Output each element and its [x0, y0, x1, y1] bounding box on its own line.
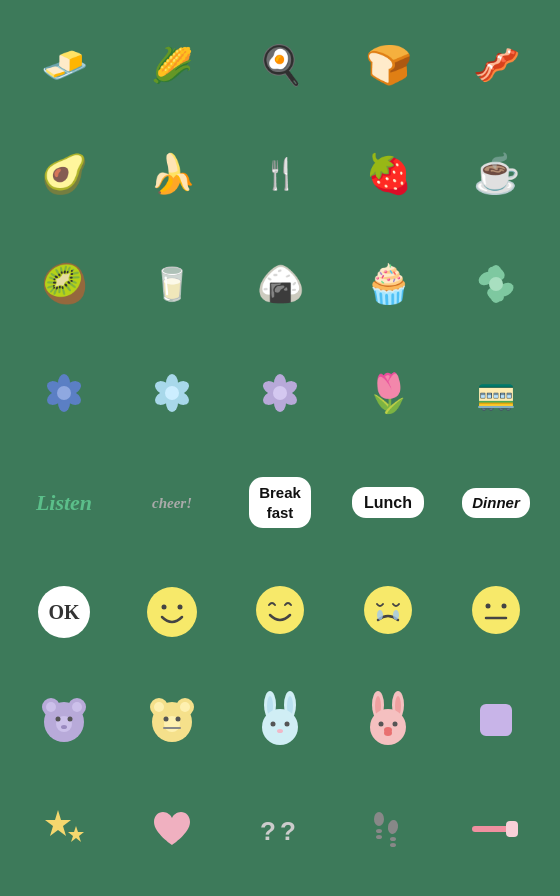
- cell-dinner: Dinner: [442, 448, 550, 558]
- blue-flower-icon: [42, 371, 86, 415]
- green-flower-icon: [474, 262, 518, 306]
- svg-point-30: [178, 605, 183, 610]
- svg-point-47: [61, 725, 67, 729]
- cell-toast: 🍞: [334, 10, 442, 120]
- cell-flower-blue: [10, 339, 118, 449]
- svg-point-77: [374, 812, 384, 826]
- sticker-grid: 🧈 🌽 🍳 🍞 🥓 🥑 🍌 🍴 🍓 ☕ 🥝 🥛 🍙 🧁: [0, 0, 560, 896]
- cell-kiwi: 🥝: [10, 229, 118, 339]
- cell-listen: Listen: [10, 448, 118, 558]
- svg-point-28: [148, 588, 196, 636]
- svg-point-37: [502, 604, 507, 609]
- cell-meh: [442, 558, 550, 668]
- cell-footsteps: [334, 777, 442, 887]
- cell-cupcake: 🧁: [334, 229, 442, 339]
- cell-questions: ??: [226, 777, 334, 887]
- svg-point-35: [472, 586, 520, 634]
- coffee-icon: ☕: [473, 155, 520, 193]
- cell-frying-pan: 🍳: [226, 10, 334, 120]
- svg-point-82: [390, 843, 396, 847]
- purple-square-icon: [474, 698, 518, 746]
- blue-rabbit-icon: [254, 691, 306, 753]
- cell-corn: 🌽: [118, 10, 226, 120]
- yogurt-icon: 🥛: [152, 268, 192, 300]
- cheer-sticker: cheer!: [144, 490, 200, 516]
- bacon-icon: 🥓: [473, 46, 520, 84]
- cell-breakfast: Breakfast: [226, 448, 334, 558]
- svg-point-71: [393, 721, 398, 726]
- svg-point-45: [56, 716, 61, 721]
- svg-point-6: [489, 277, 503, 291]
- svg-rect-84: [506, 821, 518, 837]
- lunch-sticker: Lunch: [352, 487, 424, 518]
- cell-train: 🚃: [442, 339, 550, 449]
- svg-point-46: [68, 716, 73, 721]
- svg-rect-74: [480, 704, 512, 736]
- cell-stars: [10, 777, 118, 887]
- toast-icon: 🍞: [365, 46, 412, 84]
- cell-tulip: 🌷: [334, 339, 442, 449]
- happy-face-icon: [147, 587, 197, 637]
- cell-flower-purple: [226, 339, 334, 449]
- svg-point-81: [390, 837, 396, 841]
- butter-icon: 🧈: [41, 46, 88, 84]
- pink-rabbit-icon: [362, 691, 414, 753]
- content-face-icon: [255, 585, 305, 639]
- svg-point-13: [57, 386, 71, 400]
- cell-ok: OK: [10, 558, 118, 668]
- svg-point-51: [154, 702, 164, 712]
- svg-point-80: [387, 819, 399, 835]
- cell-avocado: 🥑: [10, 120, 118, 230]
- svg-point-27: [273, 386, 287, 400]
- light-blue-flower-icon: [150, 371, 194, 415]
- svg-point-55: [176, 716, 181, 721]
- ok-sticker: OK: [38, 586, 90, 638]
- cell-butter: 🧈: [10, 10, 118, 120]
- kiwi-icon: 🥝: [41, 265, 88, 303]
- svg-point-52: [180, 702, 190, 712]
- cell-flower-green: [442, 229, 550, 339]
- svg-marker-76: [68, 826, 84, 842]
- svg-point-62: [271, 721, 276, 726]
- avocado-icon: 🥑: [41, 155, 88, 193]
- pink-heart-icon: [150, 809, 194, 853]
- svg-point-20: [165, 386, 179, 400]
- cell-pink-rabbit: [334, 667, 442, 777]
- cell-onigiri: 🍙: [226, 229, 334, 339]
- tulip-icon: 🌷: [365, 374, 412, 412]
- stars-icon: [38, 808, 90, 854]
- utensils-icon: 🍴: [262, 159, 299, 189]
- cell-banana: 🍌: [118, 120, 226, 230]
- corn-icon: 🌽: [151, 48, 193, 82]
- cry-face-icon: [363, 585, 413, 639]
- meh-face-icon: [471, 585, 521, 639]
- cell-toothbrush: [442, 777, 550, 887]
- cupcake-icon: 🧁: [365, 265, 412, 303]
- cell-purple-bear: [10, 667, 118, 777]
- svg-point-36: [486, 604, 491, 609]
- cell-blue-rabbit: [226, 667, 334, 777]
- cell-flower-light-blue: [118, 339, 226, 449]
- svg-point-31: [256, 586, 304, 634]
- cell-coffee: ☕: [442, 120, 550, 230]
- svg-point-42: [46, 702, 56, 712]
- strawberry-icon: 🍓: [365, 155, 412, 193]
- cell-yellow-bear: [118, 667, 226, 777]
- toothbrush-icon: [470, 815, 522, 847]
- cell-strawberry: 🍓: [334, 120, 442, 230]
- cell-bacon: 🥓: [442, 10, 550, 120]
- train-icon: 🚃: [476, 377, 516, 409]
- cell-yogurt: 🥛: [118, 229, 226, 339]
- svg-point-73: [384, 730, 392, 736]
- cell-smile: [118, 558, 226, 668]
- svg-point-64: [277, 729, 283, 733]
- cell-heart: [118, 777, 226, 887]
- svg-point-70: [379, 721, 384, 726]
- svg-point-32: [364, 586, 412, 634]
- yellow-bear-icon: [146, 694, 198, 750]
- frying-pan-icon: 🍳: [257, 46, 304, 84]
- svg-point-79: [376, 835, 382, 839]
- breakfast-sticker: Breakfast: [249, 477, 311, 528]
- footsteps-icon: [371, 807, 405, 855]
- cell-cry: [334, 558, 442, 668]
